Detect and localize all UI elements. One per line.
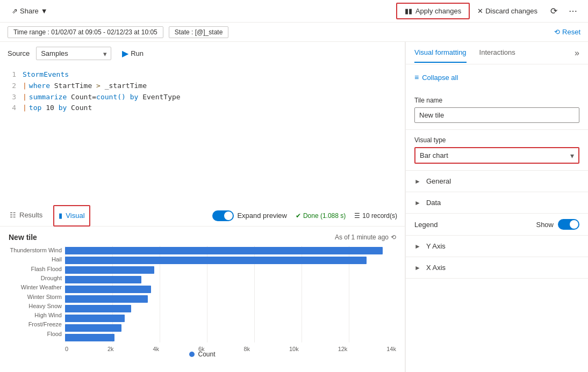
code-line-3: 3 |summarize Count=count() by EventType bbox=[8, 92, 397, 103]
status-records: ☰ 10 record(s) bbox=[354, 212, 397, 220]
bar-row-7 bbox=[65, 313, 396, 323]
tab-interactions[interactable]: Interactions bbox=[479, 43, 515, 63]
data-chevron-icon: ► bbox=[414, 199, 421, 207]
code-line-4: 4 |top 10 by Count bbox=[8, 103, 397, 114]
chart-title: New tile bbox=[9, 233, 37, 242]
visual-label: Visual bbox=[66, 211, 84, 220]
y-label-3: Drought bbox=[9, 275, 62, 282]
share-label: Share bbox=[20, 7, 39, 15]
visual-type-select[interactable]: Bar chart Line chart Pie chart Table bbox=[414, 147, 579, 164]
bars-x-container: 0 2k 4k 6k 8k 10k 12k 14k bbox=[65, 246, 396, 348]
bar-row-1 bbox=[65, 256, 396, 265]
tab-actions: Expand preview ✔ Done (1.088 s) ☰ 10 rec… bbox=[212, 210, 397, 221]
general-label: General bbox=[426, 177, 579, 185]
toolbar-left: ⇗ Share ▼ bbox=[6, 4, 392, 18]
toolbar: ⇗ Share ▼ ▮▮ Apply changes ✕ Discard cha… bbox=[0, 0, 588, 23]
collapse-icon: ≡ bbox=[414, 73, 419, 82]
reset-button[interactable]: ⟲ Reset bbox=[554, 28, 580, 36]
expand-preview-toggle: Expand preview bbox=[212, 210, 287, 221]
refresh-button[interactable]: ⟳ bbox=[545, 3, 562, 20]
bar-0 bbox=[65, 247, 383, 254]
done-label: Done (1.088 s) bbox=[303, 212, 346, 220]
bar-1 bbox=[65, 257, 367, 264]
bar-3 bbox=[65, 276, 141, 283]
legend-show-label: Show bbox=[536, 221, 554, 229]
y-label-7: High Wind bbox=[9, 312, 62, 319]
right-panel-header: Visual formatting Interactions » bbox=[406, 42, 588, 64]
time-bar: Time range : 01/02/07 at 09:05 - 02/12/2… bbox=[0, 23, 588, 42]
legend-row: Legend Show bbox=[406, 214, 588, 236]
x-axis-section[interactable]: ► X Axis bbox=[406, 257, 588, 279]
source-select[interactable]: Samples bbox=[36, 47, 111, 60]
run-label: Run bbox=[131, 49, 144, 57]
legend-toggle-thumb bbox=[570, 220, 578, 229]
status-done: ✔ Done (1.088 s) bbox=[296, 212, 346, 220]
visual-type-group: Visual type Bar chart Line chart Pie cha… bbox=[406, 130, 588, 171]
time-range-pill[interactable]: Time range : 01/02/07 at 09:05 - 02/12/2… bbox=[8, 26, 163, 38]
y-label-9: Flood bbox=[9, 331, 62, 338]
x-axis-label: X Axis bbox=[426, 264, 579, 272]
run-icon: ▶ bbox=[122, 48, 128, 59]
panel-expand-button[interactable]: » bbox=[575, 48, 579, 58]
bar-row-0 bbox=[65, 246, 396, 256]
y-axis-section[interactable]: ► Y Axis bbox=[406, 236, 588, 257]
bar-row-8 bbox=[65, 323, 396, 333]
general-section[interactable]: ► General bbox=[406, 171, 588, 192]
bar-row-9 bbox=[65, 333, 396, 342]
left-panel: Source Samples ▶ Run 1 StormEvents 2 |w bbox=[0, 42, 405, 372]
collapse-all-section: ≡ Collapse all bbox=[406, 64, 588, 90]
bar-row-2 bbox=[65, 265, 396, 275]
tab-results[interactable]: ☷ Results bbox=[8, 205, 45, 227]
expand-toggle-track[interactable] bbox=[212, 210, 234, 221]
more-options-button[interactable]: ⋯ bbox=[564, 3, 582, 20]
tile-name-group: Tile name bbox=[406, 90, 588, 130]
bar-row-3 bbox=[65, 275, 396, 285]
discard-changes-button[interactable]: ✕ Discard changes bbox=[472, 4, 543, 18]
code-editor: 1 StormEvents 2 |where StartTime > _star… bbox=[0, 66, 405, 205]
toolbar-right: ▮▮ Apply changes ✕ Discard changes ⟳ ⋯ bbox=[396, 3, 582, 20]
data-label: Data bbox=[426, 199, 579, 207]
visual-type-select-wrap: Bar chart Line chart Pie chart Table bbox=[414, 147, 579, 164]
x-axis: 0 2k 4k 6k 8k 10k 12k 14k bbox=[65, 344, 396, 352]
close-icon: ✕ bbox=[477, 7, 483, 15]
chart-title-row: New tile As of 1 minute ago ⟲ bbox=[9, 233, 396, 242]
bar-row-5 bbox=[65, 294, 396, 304]
y-label-2: Flash Flood bbox=[9, 266, 62, 273]
reset-icon: ⟲ bbox=[554, 28, 560, 36]
bar-row-6 bbox=[65, 304, 396, 313]
y-axis-label: Y Axis bbox=[426, 242, 579, 250]
share-icon: ⇗ bbox=[12, 7, 18, 15]
bar-4 bbox=[65, 286, 151, 293]
tab-visual[interactable]: ▮ Visual bbox=[53, 205, 90, 227]
chart-timestamp: As of 1 minute ago ⟲ bbox=[335, 234, 396, 241]
time-range-label: Time range : 01/02/07 at 09:05 - 02/12/2… bbox=[13, 28, 157, 36]
collapse-all-button[interactable]: ≡ Collapse all bbox=[414, 71, 458, 84]
chevron-down-icon: ▼ bbox=[41, 7, 48, 15]
code-line-1: 1 StormEvents bbox=[8, 69, 397, 81]
tile-name-input[interactable] bbox=[414, 107, 579, 123]
source-select-wrap: Samples bbox=[36, 47, 111, 60]
refresh-chart-icon[interactable]: ⟲ bbox=[391, 234, 396, 241]
legend-toggle[interactable] bbox=[558, 219, 579, 230]
bar-8 bbox=[65, 324, 121, 332]
records-icon: ☰ bbox=[354, 212, 360, 220]
bar-6 bbox=[65, 305, 131, 312]
bar-2 bbox=[65, 266, 154, 274]
state-pill[interactable]: State : [@]_state bbox=[169, 26, 229, 38]
collapse-all-label: Collapse all bbox=[422, 74, 458, 82]
tab-visual-formatting[interactable]: Visual formatting bbox=[414, 43, 467, 63]
reset-label: Reset bbox=[562, 28, 580, 36]
apply-changes-button[interactable]: ▮▮ Apply changes bbox=[396, 3, 470, 19]
expand-toggle-thumb bbox=[224, 211, 233, 220]
bar-row-4 bbox=[65, 285, 396, 294]
y-label-1: Hail bbox=[9, 256, 62, 263]
apply-changes-icon: ▮▮ bbox=[405, 7, 412, 15]
chart-panel: New tile As of 1 minute ago ⟲ Thundersto… bbox=[0, 227, 405, 372]
run-button[interactable]: ▶ Run bbox=[116, 46, 150, 61]
data-section[interactable]: ► Data bbox=[406, 192, 588, 214]
check-icon: ✔ bbox=[296, 212, 301, 220]
bar-5 bbox=[65, 295, 148, 303]
share-button[interactable]: ⇗ Share ▼ bbox=[6, 4, 53, 18]
bar-7 bbox=[65, 315, 125, 322]
state-label: State : [@]_state bbox=[175, 28, 223, 36]
